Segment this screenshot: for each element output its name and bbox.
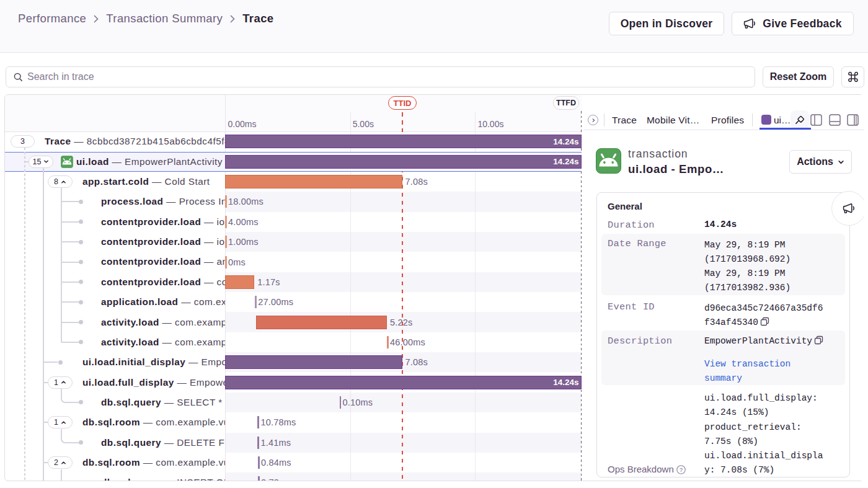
svg-text:?: ? bbox=[680, 467, 683, 473]
